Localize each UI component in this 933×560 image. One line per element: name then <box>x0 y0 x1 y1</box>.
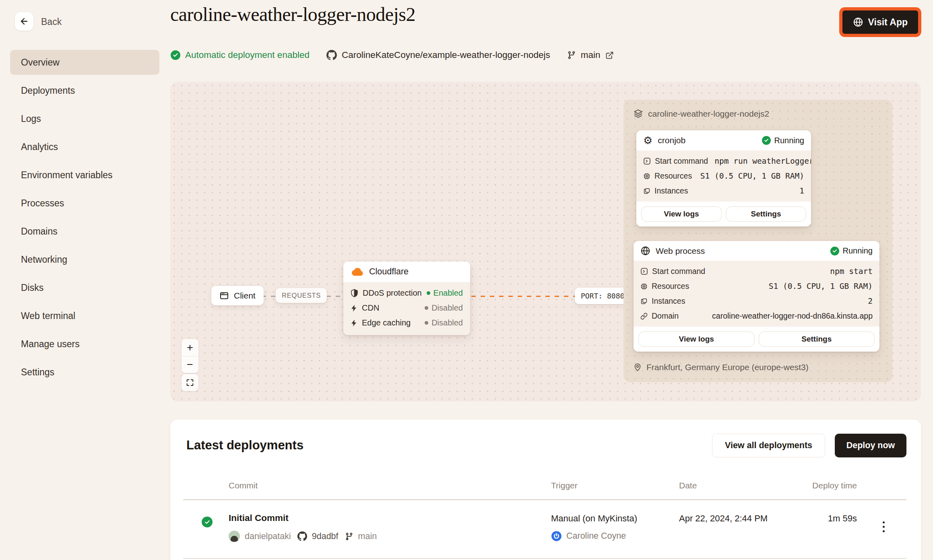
auto-deployment-status: Automatic deployment enabled <box>171 50 310 60</box>
architecture-diagram-canvas[interactable]: Client REQUESTS Cloudflare DDoS protecti… <box>170 82 921 401</box>
status-label: Running <box>774 136 804 145</box>
edge-caching-row: Edge caching Disabled <box>351 315 463 330</box>
instances-row: Instances 1 <box>643 183 804 198</box>
sidebar-item-label: Logs <box>21 113 41 124</box>
sidebar-item-label: Deployments <box>21 85 75 96</box>
sidebar-item-label: Overview <box>21 57 60 68</box>
feature-label: CDN <box>362 303 379 313</box>
shield-icon <box>351 289 358 297</box>
latest-deployments-card: Latest deployments View all deployments … <box>170 420 921 560</box>
ddos-protection-row: DDoS protection Enabled <box>351 286 463 301</box>
back-button[interactable] <box>15 12 33 31</box>
client-node[interactable]: Client <box>211 286 264 305</box>
datacenter-location: Frankfurt, Germany Europe (europe-west3) <box>633 362 809 372</box>
fullscreen-icon <box>186 378 194 387</box>
sidebar-item-manage-users[interactable]: Manage users <box>10 331 159 356</box>
commit-hash[interactable]: 9dadbf <box>312 531 339 541</box>
row-value: npm run weatherLogger <box>714 156 811 166</box>
status-dot <box>427 291 430 295</box>
kebab-icon <box>883 521 885 523</box>
row-value: S1 (0.5 CPU, 1 GB RAM) <box>700 171 804 181</box>
table-separator <box>183 558 906 559</box>
deployment-time: 1m 59s <box>808 513 857 524</box>
column-header-trigger: Trigger <box>551 481 578 490</box>
instances-row: Instances 2 <box>640 294 873 309</box>
feature-label: Edge caching <box>362 318 411 327</box>
sidebar-item-analytics[interactable]: Analytics <box>10 134 159 159</box>
fullscreen-button[interactable] <box>182 374 198 391</box>
sidebar-item-deployments[interactable]: Deployments <box>10 78 159 103</box>
globe-icon <box>640 246 650 256</box>
status-badge: Running <box>830 246 873 255</box>
repo-link[interactable]: CarolineKateCoyne/example-weather-logger… <box>326 50 550 60</box>
lightning-icon <box>351 304 357 312</box>
row-label: Instances <box>654 186 688 196</box>
commit-branch: main <box>358 531 377 541</box>
app-panel-title: caroline-weather-logger-nodejs2 <box>648 109 769 119</box>
sidebar-item-label: Web terminal <box>21 311 75 321</box>
status-dot <box>425 306 428 310</box>
row-label: Instances <box>652 296 685 306</box>
success-check-icon <box>202 517 213 527</box>
settings-button[interactable]: Settings <box>759 331 875 347</box>
check-circle-icon <box>171 50 180 60</box>
branch-link[interactable]: main <box>567 50 614 60</box>
process-name: Web process <box>656 246 705 256</box>
visit-app-button[interactable]: Visit App <box>842 10 918 34</box>
chip-icon <box>643 173 650 180</box>
latest-deployments-title: Latest deployments <box>186 438 303 453</box>
sidebar-item-settings[interactable]: Settings <box>10 360 159 385</box>
cloudflare-card[interactable]: Cloudflare DDoS protection Enabled CDN <box>343 261 470 335</box>
row-value[interactable]: caroline-weather-logger-nod-dn86a.kinsta… <box>712 311 873 321</box>
chip-icon <box>640 283 648 290</box>
resources-row: Resources S1 (0.5 CPU, 1 GB RAM) <box>640 279 873 294</box>
app-panel-title-row: caroline-weather-logger-nodejs2 <box>633 109 769 119</box>
sidebar-item-web-terminal[interactable]: Web terminal <box>10 303 159 328</box>
author-avatar <box>229 531 240 542</box>
column-header-date: Date <box>679 481 697 490</box>
trigger-user: Caroline Coyne <box>551 531 626 541</box>
sidebar-item-label: Settings <box>21 367 54 378</box>
globe-icon <box>853 17 863 27</box>
sidebar-item-logs[interactable]: Logs <box>10 106 159 131</box>
sidebar-item-processes[interactable]: Processes <box>10 191 159 216</box>
feature-label: DDoS protection <box>363 288 422 298</box>
check-circle-icon <box>762 136 771 145</box>
sidebar-item-overview[interactable]: Overview <box>10 50 159 75</box>
sidebar-item-networking[interactable]: Networking <box>10 247 159 272</box>
trigger-user-name: Caroline Coyne <box>566 531 626 541</box>
external-link-icon[interactable] <box>605 51 614 60</box>
sidebar-item-label: Domains <box>21 226 58 237</box>
repo-name: CarolineKateCoyne/example-weather-logger… <box>342 50 550 60</box>
visit-app-label: Visit App <box>868 17 908 28</box>
settings-button[interactable]: Settings <box>726 206 806 222</box>
row-label: Resources <box>654 171 692 181</box>
branch-name: main <box>581 50 601 60</box>
view-logs-button[interactable]: View logs <box>638 331 755 347</box>
zoom-in-button[interactable]: + <box>182 339 198 356</box>
status-badge: Running <box>762 136 804 145</box>
view-logs-button[interactable]: View logs <box>641 206 722 222</box>
row-value: 2 <box>868 296 873 306</box>
browser-window-icon <box>219 291 229 301</box>
feature-status: Disabled <box>431 318 463 327</box>
view-all-deployments-button[interactable]: View all deployments <box>712 434 825 457</box>
zoom-out-button[interactable]: − <box>182 356 198 373</box>
sidebar-item-disks[interactable]: Disks <box>10 275 159 300</box>
trigger-type: Manual (on MyKinsta) <box>551 513 637 524</box>
app-panel: caroline-weather-logger-nodejs2 ⚙ cronjo… <box>623 100 892 382</box>
git-branch-icon <box>345 532 353 541</box>
subheader: Automatic deployment enabled CarolineKat… <box>171 50 614 60</box>
row-actions-menu-button[interactable] <box>875 518 892 535</box>
sidebar-item-domains[interactable]: Domains <box>10 219 159 244</box>
deploy-now-button[interactable]: Deploy now <box>835 434 906 457</box>
feature-status: Disabled <box>431 303 463 313</box>
back-label[interactable]: Back <box>41 16 62 27</box>
sidebar-item-environment-variables[interactable]: Environment variables <box>10 163 159 187</box>
commit-title: Initial Commit <box>229 513 289 523</box>
row-label: Domain <box>652 311 679 321</box>
sidebar-item-label: Environment variables <box>21 170 113 181</box>
feature-status: Enabled <box>433 288 463 298</box>
row-label: Resources <box>652 282 689 291</box>
commit-author: danielpataki <box>245 531 291 541</box>
